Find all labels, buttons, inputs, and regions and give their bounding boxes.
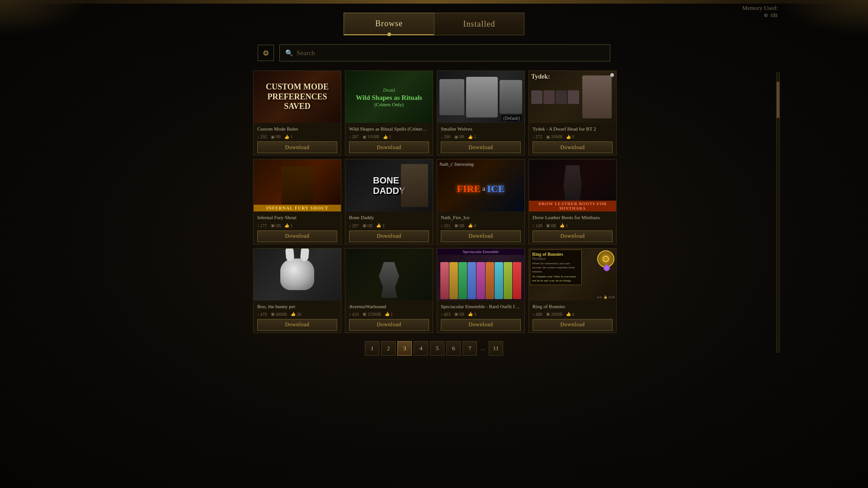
tydek-dot [610,73,614,77]
download-button-boo[interactable]: Download [257,319,337,331]
mod-thumbnail-bone-daddy: BONEDADDY [345,160,433,211]
size-stat: ▣ 20MB [546,312,563,317]
mod-info: Smaller Wolves ↓ 280 ▣ 0B 👍 1 Downl [437,123,524,155]
download-count: ↓ 149 [533,223,542,228]
mod-info: AvernusWarhound ↓ 410 ▣ 159MB 👍 1 D [345,300,433,333]
download-count: ↓ 287 [349,134,359,139]
mod-info: Wild Shapes as Ritual Spells (Critters O… [345,123,433,155]
scroll-track[interactable] [776,72,780,352]
mod-thumbnail-spectacular: Spectacular Ensemble [437,249,524,300]
download-button-fire-ice[interactable]: Download [441,230,521,242]
mod-info: Bone Daddy ↓ 297 ▣ 0B 👍 3 Download [345,211,433,244]
download-count: ↓ 177 [257,223,267,228]
mod-card-drow-boots[interactable]: DROW LEATHER BOOTS FOR MINTHARA Drow Lea… [528,159,617,244]
filter-button[interactable]: ⚙ [258,45,274,61]
thumbs-up-stat: 👍 0 [566,134,574,139]
mod-card-smaller-wolves[interactable]: (Default) Smaller Wolves ↓ 280 ▣ 0B 👍 1 [437,70,525,155]
mod-stats: ↓ 331 ▣ 0B 👍 0 [441,223,521,228]
thumb-overlay: CUSTOM MODE PREFERENCES SAVED [254,71,341,123]
download-count: ↓ 463 [441,312,451,317]
page-btn-1[interactable]: 1 [365,341,379,356]
download-count: ↓ 410 [349,312,359,317]
thumbs-up-stat: 👍 4 [566,312,574,317]
page-btn-6[interactable]: 6 [446,341,461,356]
mod-info: Custom Mode Rules ↓ 292 ▣ 0B 👍 1 Do [254,123,341,155]
fire-label: FIRE [457,183,481,195]
thumbs-up-stat: 👍 1 [284,134,292,139]
top-ornament [0,0,868,4]
page-wrapper: Memory Used: 0B Browse Installed ⚙ 🔍 CUS… [0,0,868,488]
page-btn-7[interactable]: 7 [462,341,477,356]
download-button-bone-daddy[interactable]: Download [349,230,429,242]
download-button-spectacular[interactable]: Download [441,319,521,331]
mod-card-custom-mode[interactable]: CUSTOM MODE PREFERENCES SAVED Custom Mod… [253,70,341,155]
search-input-wrapper: 🔍 [279,44,610,61]
mod-card-fire-ice[interactable]: Nath_s' Interesting FIRE a ICE Nath_Fire… [437,159,525,244]
page-btn-4[interactable]: 4 [414,341,428,356]
thumbs-up-stat: 👍 1 [385,312,393,317]
mod-card-bone-daddy[interactable]: BONEDADDY Bone Daddy ↓ 297 ▣ 0B 👍 [345,159,433,244]
thumb-title: CUSTOM MODE PREFERENCES SAVED [257,82,337,112]
size-stat: ▣ 0B [271,134,281,139]
thumbs-up-stat: 👍 0 [468,223,476,228]
tab-installed-label: Installed [463,19,495,29]
top-nav: Browse Installed [0,4,868,35]
size-stat: ▣ 0B [363,223,373,228]
mod-stats: ↓ 292 ▣ 0B 👍 1 [257,134,337,139]
mod-card-avernus[interactable]: AvernusWarhound ↓ 410 ▣ 159MB 👍 1 D [345,248,433,333]
download-count: ↓ 331 [441,223,451,228]
mod-title: Smaller Wolves [441,126,521,132]
spectacular-header: Spectacular Ensemble [437,249,524,255]
mod-card-wild-shapes[interactable]: Druid Wild Shapes as Rituals (Critters O… [345,70,433,155]
mod-title: Nath_Fire_Ice [441,214,521,221]
wolves-default-label: (Default) [501,115,522,121]
mod-stats: ↓ 297 ▣ 0B 👍 3 [349,223,429,228]
mods-grid: CUSTOM MODE PREFERENCES SAVED Custom Mod… [253,70,615,333]
mod-info: Tydek - A Dwarf Head for BT 2 ↓ 272 ▣ 20… [529,123,616,155]
size-stat: ▣ 0B [454,223,465,228]
mod-stats: ↓ 177 ▣ 0B 👍 1 [257,223,337,228]
mod-thumbnail-drow: DROW LEATHER BOOTS FOR MINTHARA [529,160,616,211]
search-icon: 🔍 [285,49,293,57]
download-button-avernus[interactable]: Download [349,319,429,331]
scroll-thumb[interactable] [777,82,779,118]
tab-browse[interactable]: Browse [344,13,434,35]
tab-browse-label: Browse [375,19,403,28]
page-btn-last[interactable]: 11 [489,341,503,356]
download-button-infernal[interactable]: Download [257,230,337,242]
download-button-custom-mode[interactable]: Download [257,141,337,153]
download-icon: ↓ [257,135,259,139]
mod-stats: ↓ 280 ▣ 0B 👍 1 [441,134,521,139]
mod-title: Bone Daddy [349,214,429,221]
thumbs-up-stat: 👍 28 [291,312,301,317]
download-button-wolves[interactable]: Download [441,141,521,153]
ring-tooltip-effect: To channel your vibes in you must not be… [532,275,580,283]
download-count: ↓ 272 [533,134,542,139]
thumbs-up-icon: 👍 [284,135,289,139]
mod-title: AvernusWarhound [349,303,429,310]
search-input[interactable] [297,49,604,57]
mod-card-tydek[interactable]: Tydek: Tydek - A Dwarf Head for BT 2 ↓ 2… [528,70,617,155]
mod-stats: ↓ 476 ▣ 48MB 👍 28 [257,312,337,317]
ring-tooltip-desc: When far somewhat, once per second, the … [532,262,580,274]
mod-card-boo[interactable]: Boo, the bunny pet ↓ 476 ▣ 48MB 👍 28 [253,248,341,333]
mod-card-ring[interactable]: Ring of Bunnies Necklace When far somewh… [528,248,617,333]
download-count: ↓ 488 [533,312,542,317]
download-button-tydek[interactable]: Download [533,141,613,153]
tab-installed[interactable]: Installed [434,13,524,35]
ring-stats: 0.01 🔒 29 ⊟ [597,296,615,299]
size-icon: ▣ [271,135,275,139]
page-btn-3[interactable]: 3 [397,341,412,356]
mod-title: Wild Shapes as Ritual Spells (Critters O… [349,126,429,132]
download-button-ring[interactable]: Download [533,319,613,331]
mod-card-infernal[interactable]: INFERNAL FURY SHOUT Infernal Fury Shout … [253,159,341,244]
ring-tooltip-name: Ring of Bunnies [532,252,580,257]
page-btn-5[interactable]: 5 [430,341,444,356]
download-count: ↓ 297 [349,223,359,228]
mod-thumbnail-custom-mode: CUSTOM MODE PREFERENCES SAVED [254,71,341,123]
download-button-wild-shapes[interactable]: Download [349,141,429,153]
mod-card-spectacular[interactable]: Spectacular Ensemble Spectacular Ensembl… [437,248,525,333]
ring-tooltip-type: Necklace [532,257,580,261]
page-btn-2[interactable]: 2 [381,341,396,356]
download-button-drow[interactable]: Download [533,230,613,242]
